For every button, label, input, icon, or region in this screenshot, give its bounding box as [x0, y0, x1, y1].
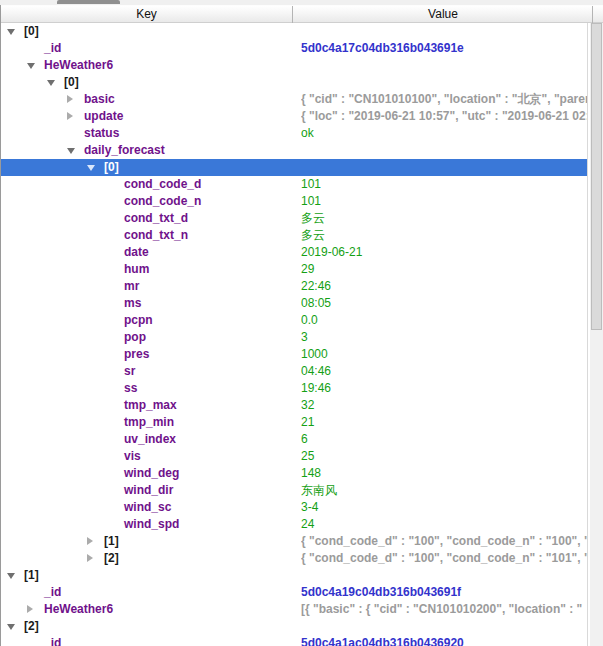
tree-row[interactable]: daily_forecast: [1, 142, 588, 159]
collapse-arrow-icon[interactable]: [67, 148, 75, 154]
tree-row[interactable]: mr22:46: [1, 278, 588, 295]
row-value: 东南风: [301, 482, 588, 499]
tree-row[interactable]: vis25: [1, 448, 588, 465]
row-key: wind_spd: [124, 516, 179, 533]
row-value: [{ "basic" : { "cid" : "CN101010200", "l…: [301, 601, 588, 618]
row-key: vis: [124, 448, 141, 465]
tree-row[interactable]: cond_code_d101: [1, 176, 588, 193]
tree-row[interactable]: uv_index6: [1, 431, 588, 448]
tree-row[interactable]: cond_txt_d多云: [1, 210, 588, 227]
tree-row[interactable]: date2019-06-21: [1, 244, 588, 261]
row-value: ok: [301, 125, 588, 142]
tree-row[interactable]: HeWeather6[{ "basic" : { "cid" : "CN1010…: [1, 601, 588, 618]
expand-arrow-icon[interactable]: [67, 112, 73, 120]
column-header-key[interactable]: Key: [1, 6, 293, 24]
row-key: uv_index: [124, 431, 176, 448]
tree-row[interactable]: wind_dir东南风: [1, 482, 588, 499]
row-value: 多云: [301, 227, 588, 244]
tree-row[interactable]: [0]: [1, 74, 588, 91]
collapse-arrow-icon[interactable]: [47, 80, 55, 86]
expand-arrow-icon[interactable]: [67, 95, 73, 103]
tree-row[interactable]: update{ "loc" : "2019-06-21 10:57", "utc…: [1, 108, 588, 125]
tree-row[interactable]: sr04:46: [1, 363, 588, 380]
tree-row[interactable]: _id5d0c4a1ac04db316b0436920: [1, 635, 588, 646]
row-key: [0]: [104, 159, 119, 176]
row-key: cond_code_n: [124, 193, 201, 210]
tree-row[interactable]: [1]{ "cond_code_d" : "100", "cond_code_n…: [1, 533, 588, 550]
row-key: cond_code_d: [124, 176, 201, 193]
row-value: { "loc" : "2019-06-21 10:57", "utc" : "2…: [301, 108, 588, 125]
tree-row[interactable]: wind_sc3-4: [1, 499, 588, 516]
column-header-value[interactable]: Value: [294, 6, 593, 24]
row-value: 32: [301, 397, 588, 414]
row-value: 148: [301, 465, 588, 482]
row-value: { "cond_code_d" : "100", "cond_code_n" :…: [301, 550, 588, 567]
tree-row[interactable]: [2]: [1, 618, 588, 635]
row-key: cond_txt_d: [124, 210, 188, 227]
tree-row[interactable]: hum29: [1, 261, 588, 278]
collapse-arrow-icon[interactable]: [7, 573, 15, 579]
row-value: 101: [301, 193, 588, 210]
tree-row[interactable]: wind_deg148: [1, 465, 588, 482]
tree-row[interactable]: _id5d0c4a19c04db316b043691f: [1, 584, 588, 601]
tree-row[interactable]: tmp_max32: [1, 397, 588, 414]
row-key: sr: [124, 363, 135, 380]
collapse-arrow-icon[interactable]: [87, 165, 95, 171]
expand-arrow-icon[interactable]: [87, 554, 93, 562]
row-value: 5d0c4a1ac04db316b0436920: [301, 635, 588, 646]
row-key: daily_forecast: [84, 142, 165, 159]
row-value: 04:46: [301, 363, 588, 380]
row-key: pres: [124, 346, 149, 363]
row-key: HeWeather6: [44, 601, 113, 618]
row-value: { "cond_code_d" : "100", "cond_code_n" :…: [301, 533, 588, 550]
row-value: 101: [301, 176, 588, 193]
tree-row[interactable]: HeWeather6: [1, 57, 588, 74]
row-key: wind_sc: [124, 499, 171, 516]
bson-tree-viewer: Key Value [0]_id5d0c4a17c04db316b043691e…: [0, 0, 603, 646]
collapse-arrow-icon[interactable]: [7, 624, 15, 630]
row-key: [0]: [64, 74, 79, 91]
tree-row[interactable]: pres1000: [1, 346, 588, 363]
tree-row[interactable]: [0]: [1, 23, 588, 40]
tree-row[interactable]: wind_spd24: [1, 516, 588, 533]
row-key: hum: [124, 261, 149, 278]
row-key: date: [124, 244, 149, 261]
tree-row[interactable]: basic{ "cid" : "CN101010100", "location"…: [1, 91, 588, 108]
collapse-arrow-icon[interactable]: [7, 29, 15, 35]
row-value: 3: [301, 329, 588, 346]
row-value: 08:05: [301, 295, 588, 312]
row-key: status: [84, 125, 119, 142]
row-key: wind_deg: [124, 465, 179, 482]
tree-row[interactable]: ms08:05: [1, 295, 588, 312]
row-value: 19:46: [301, 380, 588, 397]
collapse-arrow-icon[interactable]: [27, 63, 35, 69]
row-key: _id: [44, 584, 61, 601]
row-value: { "cid" : "CN101010100", "location" : "北…: [301, 91, 588, 108]
row-key: wind_dir: [124, 482, 173, 499]
row-value: 5d0c4a19c04db316b043691f: [301, 584, 588, 601]
row-key: mr: [124, 278, 139, 295]
row-value: 3-4: [301, 499, 588, 516]
tree-row[interactable]: cond_txt_n多云: [1, 227, 588, 244]
tree-row[interactable]: tmp_min21: [1, 414, 588, 431]
scrollbar-thumb[interactable]: [591, 23, 602, 330]
row-key: [0]: [24, 23, 39, 40]
expand-arrow-icon[interactable]: [27, 605, 33, 613]
tree-row[interactable]: cond_code_n101: [1, 193, 588, 210]
tree-row[interactable]: ss19:46: [1, 380, 588, 397]
row-value: 多云: [301, 210, 588, 227]
tree-row[interactable]: [2]{ "cond_code_d" : "100", "cond_code_n…: [1, 550, 588, 567]
tree-row[interactable]: [0]: [1, 159, 588, 176]
row-key: basic: [84, 91, 115, 108]
expand-arrow-icon[interactable]: [87, 537, 93, 545]
tree-row[interactable]: _id5d0c4a17c04db316b043691e: [1, 40, 588, 57]
tree-row[interactable]: [1]: [1, 567, 588, 584]
row-key: ms: [124, 295, 141, 312]
row-key: pcpn: [124, 312, 153, 329]
tree-row[interactable]: pop3: [1, 329, 588, 346]
vertical-scrollbar[interactable]: [590, 23, 603, 646]
tree-row[interactable]: pcpn0.0: [1, 312, 588, 329]
row-key: [1]: [24, 567, 39, 584]
row-value: 6: [301, 431, 588, 448]
tree-row[interactable]: statusok: [1, 125, 588, 142]
